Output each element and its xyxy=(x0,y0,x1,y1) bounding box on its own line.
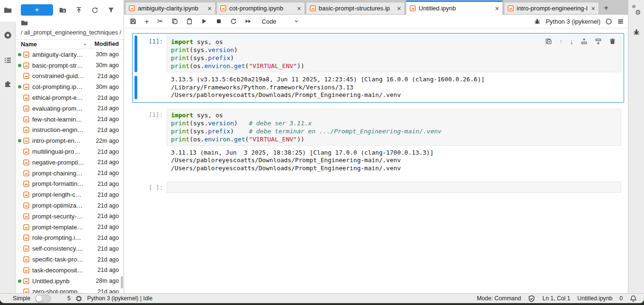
file-row[interactable]: cot-prompting.ip…30m ago xyxy=(16,81,124,92)
file-row[interactable]: prompt-security-…21d ago xyxy=(16,211,124,222)
notebook-cell[interactable]: [ ]: xyxy=(132,179,624,196)
file-row[interactable]: intro-prompt-en…22m ago xyxy=(16,135,124,146)
file-row[interactable]: multilingual-pro…21d ago xyxy=(16,146,124,157)
notebook-icon xyxy=(23,159,29,166)
file-row[interactable]: prompt-optimiza…21d ago xyxy=(16,200,124,211)
file-row[interactable]: Untitled.ipynb28m ago xyxy=(16,276,124,287)
breadcrumb[interactable]: / all_prompt_engineering_techniques / xyxy=(16,18,124,39)
cell-type-dropdown[interactable]: Code xyxy=(262,18,299,25)
tab-label: cot-prompting.ipynb xyxy=(229,5,294,12)
input-collapser[interactable] xyxy=(134,109,137,146)
file-row[interactable]: prompt-formattin…21d ago xyxy=(16,179,124,190)
output-collapser[interactable] xyxy=(134,76,137,99)
delete-cell-button[interactable] xyxy=(609,38,616,45)
hamburger-menu-icon[interactable] xyxy=(617,18,624,25)
file-row[interactable]: specific-task-pro…21d ago xyxy=(16,254,124,265)
file-row[interactable]: self-consistency.…21d ago xyxy=(16,243,124,254)
tab-ambiguity-clarity.ipynb[interactable]: ambiguity-clarity.ipynb× xyxy=(125,2,215,14)
notification-count[interactable]: 0 xyxy=(619,295,623,302)
running-kernel-dot xyxy=(18,85,21,88)
upload-files-button[interactable] xyxy=(75,7,82,14)
insert-cell-button[interactable]: + xyxy=(144,18,149,25)
cut-cells-button[interactable]: ✂ xyxy=(157,18,163,25)
kernel-count[interactable]: 5 xyxy=(67,295,71,302)
file-row[interactable]: zero-shot-promp…21d ago xyxy=(16,287,124,293)
simple-mode-toggle[interactable] xyxy=(35,295,51,303)
close-tab-icon[interactable]: × xyxy=(207,5,212,12)
file-browser-scrollbar[interactable] xyxy=(121,276,123,288)
insert-cell-below-button[interactable] xyxy=(595,38,602,45)
close-tab-icon[interactable]: × xyxy=(297,5,301,12)
column-header-name[interactable]: Name xyxy=(16,41,90,48)
file-row[interactable]: negative-prompti…21d ago xyxy=(16,157,124,168)
copy-cells-button[interactable] xyxy=(171,18,178,25)
tab-basic-prompt-structures.ip[interactable]: basic-prompt-structures.ip× xyxy=(306,2,405,14)
close-tab-icon[interactable]: × xyxy=(591,5,595,12)
file-row[interactable]: task-decomposit…21d ago xyxy=(16,265,124,276)
kernel-sessions-icon[interactable] xyxy=(75,295,82,302)
file-row[interactable]: prompt-template…21d ago xyxy=(16,222,124,233)
file-name: negative-prompti… xyxy=(32,159,94,166)
kernel-name[interactable]: Python 3 (ipykernel) xyxy=(546,18,600,25)
file-row[interactable]: ethical-prompt-e…21d ago xyxy=(16,92,124,103)
new-tab-button[interactable]: + xyxy=(600,2,612,14)
close-tab-icon[interactable]: × xyxy=(397,5,401,12)
active-file-name[interactable]: Untitled.ipynb xyxy=(577,295,612,302)
new-launcher-button[interactable]: + xyxy=(21,4,53,16)
duplicate-cell-button[interactable] xyxy=(545,38,552,45)
file-row[interactable]: ambiguity-clarity…30m ago xyxy=(16,49,124,60)
notebook-cell[interactable]: [1]:import sys, osprint(sys.version) # d… xyxy=(132,106,624,176)
property-inspector-icon[interactable]: ⚙⚙ xyxy=(632,6,641,14)
refresh-file-list-button[interactable] xyxy=(91,7,98,14)
input-collapser[interactable] xyxy=(134,35,137,72)
kernel-status-icon[interactable] xyxy=(605,18,612,25)
filter-files-button[interactable] xyxy=(107,7,115,14)
interrupt-kernel-button[interactable] xyxy=(215,18,222,25)
sidebar-tab-file-browser[interactable] xyxy=(0,0,16,22)
file-modified: 21d ago xyxy=(94,159,124,166)
tab-intro-prompt-engineering-l[interactable]: intro-prompt-engineering-l× xyxy=(504,2,599,14)
sidebar-tab-extension-manager[interactable] xyxy=(0,74,16,96)
paste-cells-button[interactable] xyxy=(186,18,193,25)
file-row[interactable]: instruction-engin…21d ago xyxy=(16,125,124,136)
restart-run-all-button[interactable] xyxy=(245,18,251,25)
debugger-panel-icon[interactable] xyxy=(633,28,640,36)
file-row[interactable]: basic-prompt-str…30m ago xyxy=(16,60,124,71)
restart-kernel-button[interactable] xyxy=(230,18,237,25)
file-row[interactable]: evaluating-prom…21d ago xyxy=(16,103,124,114)
file-row[interactable]: role-prompting.i…21d ago xyxy=(16,233,124,244)
move-cell-down-button[interactable]: ↓ xyxy=(570,38,574,45)
insert-cell-above-button[interactable] xyxy=(581,38,588,45)
mode-indicator[interactable]: Mode: Command xyxy=(477,295,521,302)
file-name: instruction-engin… xyxy=(32,126,94,133)
tab-cot-prompting.ipynb[interactable]: cot-prompting.ipynb× xyxy=(216,2,305,14)
code-editor[interactable] xyxy=(167,182,621,193)
tab-Untitled.ipynb[interactable]: Untitled.ipynb× xyxy=(406,0,503,15)
output-collapser[interactable] xyxy=(134,149,137,173)
cursor-position[interactable]: Ln 1, Col 1 xyxy=(542,295,570,302)
notebook-icon xyxy=(23,105,29,112)
sidebar-tab-table-of-contents[interactable] xyxy=(0,50,16,72)
file-row[interactable]: prompt-length-c…21d ago xyxy=(16,189,124,200)
debugger-icon[interactable] xyxy=(534,18,541,25)
file-row[interactable]: prompt-chaining…21d ago xyxy=(16,168,124,179)
input-collapser[interactable] xyxy=(134,182,137,193)
file-browser-toolbar: + xyxy=(16,0,124,18)
sidebar-tab-running-sessions[interactable] xyxy=(0,25,16,47)
code-editor[interactable]: import sys, osprint(sys.version) # debe … xyxy=(167,109,621,146)
notebook-cell[interactable]: ↑↓[1]:import sys, osprint(sys.version)pr… xyxy=(132,33,624,103)
column-header-modified[interactable]: Modified xyxy=(90,39,124,49)
file-row[interactable]: constrained-guid…21d ago xyxy=(16,71,124,82)
kernel-status-text[interactable]: Python 3 (ipykernel) | Idle xyxy=(87,295,152,302)
new-folder-button[interactable] xyxy=(59,7,66,14)
file-row[interactable]: few-shot-learnin…21d ago xyxy=(16,114,124,125)
close-tab-icon[interactable]: × xyxy=(495,5,499,12)
save-button[interactable] xyxy=(130,18,136,25)
move-cell-up-button[interactable]: ↑ xyxy=(559,38,563,45)
running-kernel-dot xyxy=(18,107,21,110)
simple-mode-label[interactable]: Simple xyxy=(13,295,30,302)
run-cell-button[interactable] xyxy=(201,18,207,25)
notification-bell-icon[interactable] xyxy=(630,295,637,302)
output-line: /Users/pabloreyescoatts/Downloads/Prompt… xyxy=(171,91,617,99)
trust-shield-icon[interactable] xyxy=(528,295,535,302)
